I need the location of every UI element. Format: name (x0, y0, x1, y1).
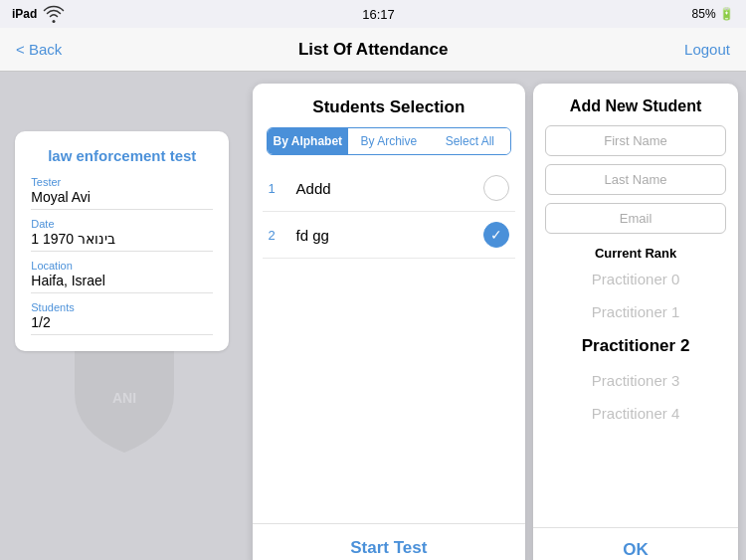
left-panel: ANI law enforcement test Tester Moyal Av… (0, 72, 245, 560)
student-row[interactable]: 1 Addd (263, 165, 516, 212)
location-field: Location Haifa, Israel (31, 260, 213, 293)
student-name-2: fd gg (296, 227, 484, 244)
svg-text:ANI: ANI (112, 390, 136, 406)
student-num-1: 1 (269, 181, 288, 196)
rank-item-0[interactable]: Practitioner 0 (533, 263, 738, 295)
ok-button[interactable]: OK (533, 540, 738, 560)
student-list: 1 Addd 2 fd gg ✓ (253, 165, 526, 523)
students-label: Students (31, 301, 213, 313)
students-field: Students 1/2 (31, 301, 213, 335)
first-name-field[interactable]: First Name (545, 125, 726, 156)
status-left: iPad (12, 3, 65, 25)
rank-item-1[interactable]: Practitioner 1 (533, 295, 738, 328)
students-value: 1/2 (31, 314, 213, 335)
tab-select-all[interactable]: Select All (430, 128, 511, 154)
logout-button[interactable]: Logout (684, 41, 730, 58)
tester-label: Tester (31, 176, 213, 188)
student-check-2[interactable]: ✓ (483, 222, 509, 248)
ok-button-bar: OK (533, 527, 738, 560)
students-selection-panel: Students Selection By Alphabet By Archiv… (253, 84, 526, 560)
wifi-icon (43, 3, 65, 25)
tab-by-archive[interactable]: By Archive (348, 128, 430, 154)
tester-value: Moyal Avi (31, 189, 213, 210)
status-time: 16:17 (362, 7, 395, 22)
start-test-bar: Start Test (253, 523, 526, 560)
tab-by-alphabet[interactable]: By Alphabet (268, 128, 349, 154)
student-row[interactable]: 2 fd gg ✓ (263, 212, 516, 259)
location-value: Haifa, Israel (31, 273, 213, 293)
start-test-button[interactable]: Start Test (350, 538, 427, 558)
rank-item-2[interactable]: Practitioner 2 (533, 328, 738, 364)
main-content: ANI law enforcement test Tester Moyal Av… (0, 72, 746, 560)
info-card: law enforcement test Tester Moyal Avi Da… (15, 131, 229, 351)
status-bar: iPad 16:17 85% 🔋 (0, 0, 746, 28)
tester-field: Tester Moyal Avi (31, 176, 213, 210)
date-value: 1 1970 בינואר (31, 231, 213, 252)
device-label: iPad (12, 7, 37, 21)
info-card-title: law enforcement test (31, 147, 213, 164)
student-check-1[interactable] (483, 175, 509, 201)
add-student-panel: Add New Student First Name Last Name Ema… (533, 84, 738, 560)
students-panel-title: Students Selection (253, 84, 526, 127)
location-label: Location (31, 260, 213, 272)
rank-label: Current Rank (533, 246, 738, 261)
rank-item-4[interactable]: Practitioner 4 (533, 397, 738, 430)
back-button[interactable]: < Back (16, 41, 62, 58)
date-field: Date 1 1970 בינואר (31, 218, 213, 252)
student-num-2: 2 (269, 228, 288, 243)
tab-bar: By Alphabet By Archive Select All (267, 127, 512, 155)
date-label: Date (31, 218, 213, 230)
add-student-title: Add New Student (533, 97, 738, 115)
rank-item-3[interactable]: Practitioner 3 (533, 364, 738, 397)
status-battery: 85% 🔋 (692, 7, 734, 21)
email-field[interactable]: Email (545, 203, 726, 234)
last-name-field[interactable]: Last Name (545, 164, 726, 195)
student-name-1: Addd (296, 180, 484, 197)
nav-bar: < Back List Of Attendance Logout (0, 28, 746, 72)
page-title: List Of Attendance (298, 40, 449, 60)
